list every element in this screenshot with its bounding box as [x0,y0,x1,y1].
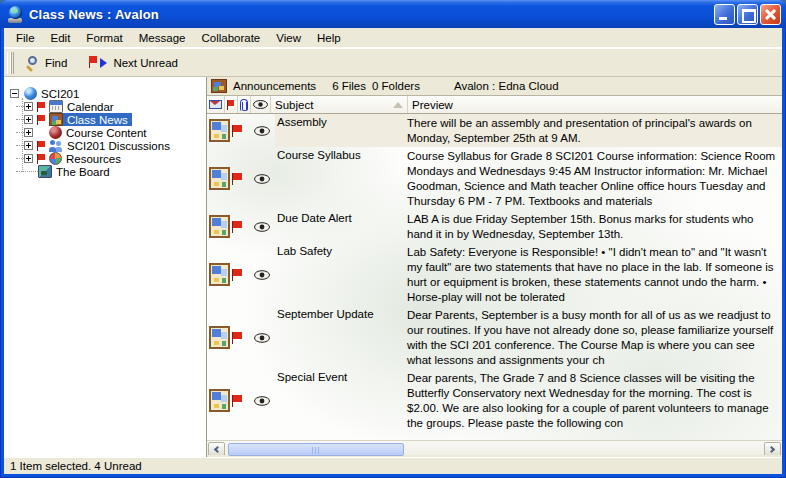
bulletin-board-icon [49,113,63,126]
unread-flag-icon [232,395,242,407]
scroll-right-button[interactable] [764,442,781,457]
unread-flag-icon [232,332,242,344]
next-unread-label: Next Unread [113,57,178,69]
viewed-eye-icon [254,126,270,136]
tree-root-label: SCI201 [39,88,81,100]
message-subject: Due Date Alert [275,210,405,243]
flag-icon [227,100,235,110]
folder-tree-pane[interactable]: SCI201 Calendar C [4,77,207,457]
discussions-icon [49,139,63,152]
next-unread-button[interactable]: Next Unread [82,52,185,73]
flag-placeholder [37,128,46,138]
column-subject[interactable]: Subject [271,96,408,113]
message-row-due-date-alert[interactable]: Due Date Alert LAB A is due Friday Septe… [207,210,782,243]
viewed-eye-icon [254,174,270,184]
bulletin-board-icon [209,389,230,412]
expand-icon[interactable] [24,141,33,150]
column-unread-flag[interactable] [225,96,238,113]
message-row-course-syllabus[interactable]: Course Syllabus Course Syllabus for Grad… [207,147,782,210]
message-row-assembly[interactable]: Assembly There will be an assembly and p… [207,114,782,147]
expand-icon[interactable] [24,154,33,163]
message-preview: There will be an assembly and presentati… [405,114,782,147]
expand-icon[interactable] [24,128,33,137]
tree-item-sci201-discussions[interactable]: SCI201 Discussions [16,139,206,152]
title-bar[interactable]: Class News : Avalon [0,0,786,28]
horizontal-scrollbar[interactable] [207,440,782,457]
the-board-icon [38,165,52,178]
viewed-eye-icon [254,396,270,406]
maximize-button[interactable] [737,4,758,25]
resources-icon [49,152,62,165]
expand-icon[interactable] [24,102,33,111]
column-viewed[interactable] [251,96,271,113]
column-message-status[interactable] [207,96,225,113]
menu-view[interactable]: View [268,30,309,46]
sort-ascending-icon [393,102,403,108]
message-list[interactable]: Assembly There will be an assembly and p… [207,114,782,440]
scrollbar-thumb[interactable] [228,443,404,456]
message-preview: Dear parents, The Grade 7 and 8 Science … [405,369,782,432]
unread-flag-icon [232,221,242,233]
toolbar-gripper[interactable] [7,52,14,74]
message-subject: Course Syllabus [275,147,405,210]
column-attachment[interactable] [238,96,251,113]
status-text: 1 Item selected. 4 Unread [10,460,142,472]
menu-edit[interactable]: Edit [43,30,79,46]
list-column-header: Subject Preview [207,96,782,114]
conference-info-bar: Announcements 6 Files 0 Folders Avalon :… [207,77,782,96]
message-row-special-event[interactable]: Special Event Dear parents, The Grade 7 … [207,369,782,432]
message-row-september-update[interactable]: September Update Dear Parents, September… [207,306,782,369]
close-button[interactable] [760,4,781,25]
message-subject: Lab Safety [275,243,405,306]
unread-flag-icon [232,269,242,281]
scroll-left-button[interactable] [208,442,225,457]
menu-message[interactable]: Message [131,30,194,46]
calendar-icon [49,100,63,113]
conference-name: Announcements [233,80,316,92]
eye-icon [253,100,268,109]
message-subject: Special Event [275,369,405,432]
unread-flag-icon [232,125,242,137]
menu-format[interactable]: Format [78,30,130,46]
paperclip-icon [240,99,248,111]
flag-arrow-icon [89,56,109,69]
expand-icon[interactable] [24,115,33,124]
tree-item-course-content[interactable]: Course Content [16,126,206,139]
bulletin-board-icon [209,326,230,349]
menu-file[interactable]: File [8,30,43,46]
tree-item-the-board[interactable]: The Board [16,165,206,178]
tree-item-sci201[interactable]: SCI201 [10,87,206,100]
announcements-icon [211,79,227,93]
file-count: 6 Files [332,80,366,92]
find-button[interactable]: Find [18,51,74,75]
course-content-icon [49,126,62,139]
tree-item-resources[interactable]: Resources [16,152,206,165]
bulletin-board-icon [209,119,230,142]
window-title: Class News : Avalon [29,7,159,22]
minimize-button[interactable] [714,4,735,25]
viewed-eye-icon [254,333,270,343]
viewed-eye-icon [254,222,270,232]
tree-item-class-news[interactable]: Class News [16,113,206,126]
folder-count: 0 Folders [372,80,420,92]
bulletin-board-icon [209,167,230,190]
app-globe-icon [7,6,24,23]
unread-flag-icon [37,102,46,112]
collapse-icon[interactable] [10,89,19,98]
message-preview: Lab Safety: Everyone is Responsible! • "… [405,243,782,306]
bulletin-board-icon [209,263,230,286]
menu-collaborate[interactable]: Collaborate [193,30,268,46]
viewed-eye-icon [254,270,270,280]
menu-help[interactable]: Help [309,30,349,46]
conference-location: Avalon : Edna Cloud [454,80,559,92]
find-button-label: Find [45,57,67,69]
message-preview: Course Syllabus for Grade 8 SCI201 Cours… [405,147,782,210]
globe-icon [24,87,37,100]
app-window: Class News : Avalon File Edit Format Mes… [0,0,786,478]
column-preview[interactable]: Preview [408,96,782,113]
envelope-icon [209,100,222,109]
message-row-lab-safety[interactable]: Lab Safety Lab Safety: Everyone is Respo… [207,243,782,306]
message-subject: September Update [275,306,405,369]
tree-item-calendar[interactable]: Calendar [16,100,206,113]
magnifier-icon [25,55,41,71]
